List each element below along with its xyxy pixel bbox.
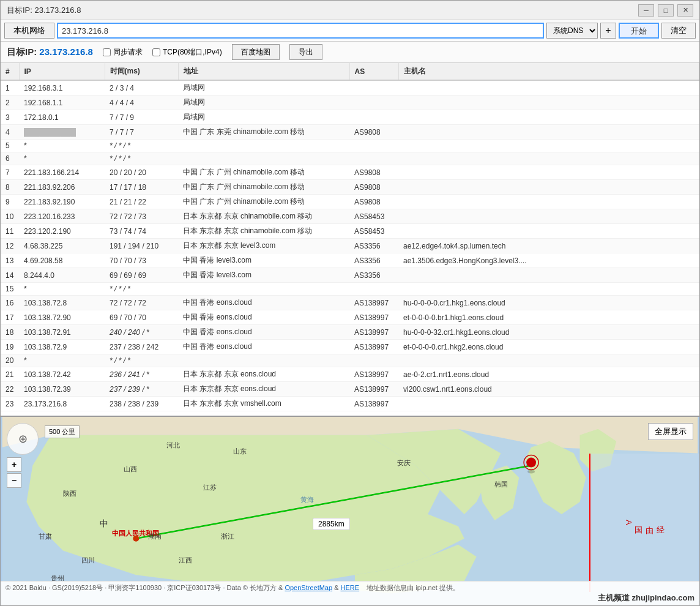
row-num: 9: [1, 195, 19, 209]
row-addr: 局域网: [178, 80, 349, 95]
row-as: AS138997: [349, 382, 398, 397]
row-ip: *: [19, 354, 105, 367]
row-addr: 日本 东京都 东京 chinamobile.com 移动: [178, 209, 349, 224]
add-dns-button[interactable]: +: [600, 23, 616, 39]
row-time: 240 / 240 / *: [105, 325, 178, 340]
row-as: AS138997: [349, 325, 398, 340]
row-time: 69 / 70 / 70: [105, 310, 178, 325]
col-header-num: #: [1, 63, 19, 80]
fullscreen-button[interactable]: 全屏显示: [648, 423, 693, 440]
row-host: [398, 224, 699, 239]
row-host: ae-0-2.cr1.nrt1.eons.cloud: [398, 367, 699, 382]
row-as: AS9808: [349, 125, 398, 140]
row-num: 19: [1, 340, 19, 354]
map-controls: ⊕ + −: [7, 423, 39, 488]
minimize-button[interactable]: ─: [638, 4, 654, 17]
row-time: 70 / 70 / 73: [105, 253, 178, 268]
row-host: [398, 165, 699, 180]
row-time: 237 / 238 / 242: [105, 340, 178, 354]
sync-request-label[interactable]: 同步请求: [113, 47, 143, 58]
row-addr: 中国 香港 eons.cloud: [178, 325, 349, 340]
row-host: [398, 80, 699, 95]
row-as: [349, 140, 398, 152]
row-num: 20: [1, 354, 19, 367]
row-as: AS138997: [349, 397, 398, 411]
col-header-time: 时间(ms): [105, 63, 178, 80]
target-ip-link[interactable]: 23.173.216.8: [39, 47, 93, 57]
table-row: 6** / * / *: [1, 152, 699, 165]
row-num: 14: [1, 268, 19, 283]
close-button[interactable]: ✕: [677, 4, 693, 17]
svg-text:中: 中: [100, 518, 108, 528]
row-time: 69 / 69 / 69: [105, 268, 178, 283]
compass-control[interactable]: ⊕: [7, 423, 39, 455]
table-row: 1192.168.3.12 / 3 / 4局域网: [1, 80, 699, 95]
start-button[interactable]: 开始: [619, 23, 659, 39]
svg-text:山西: 山西: [124, 465, 137, 473]
tcp-label[interactable]: TCP(80端口,IPv4): [163, 47, 222, 58]
svg-text:江西: 江西: [179, 556, 192, 564]
svg-text:山东: 山东: [233, 447, 247, 455]
row-time: 238 / 238 / 239: [105, 397, 178, 411]
row-host: [398, 283, 699, 296]
export-button[interactable]: 导出: [289, 44, 322, 60]
row-num: 15: [1, 283, 19, 296]
svg-text:浙江: 浙江: [221, 533, 234, 540]
table-row: 21103.138.72.42236 / 241 / *日本 东京都 东京 eo…: [1, 367, 699, 382]
clear-button[interactable]: 清空: [661, 23, 696, 39]
row-addr: 日本 东京都 东京 eons.cloud: [178, 367, 349, 382]
row-addr: 局域网: [178, 95, 349, 110]
zoom-out-button[interactable]: −: [7, 473, 21, 488]
row-as: AS3356: [349, 253, 398, 268]
main-window: 目标IP: 23.173.216.8 ─ □ ✕ 本机网络 系统DNS + 开始…: [0, 0, 700, 606]
row-ip: *: [19, 283, 105, 296]
row-as: AS138997: [349, 340, 398, 354]
window-controls: ─ □ ✕: [638, 4, 693, 17]
traceroute-table-container: # IP 时间(ms) 地址 AS 主机名 1192.168.3.12 / 3 …: [1, 63, 699, 416]
table-row: 124.68.38.225191 / 194 / 210日本 东京都 东京 le…: [1, 239, 699, 253]
tcp-checkbox[interactable]: [152, 48, 160, 56]
network-button[interactable]: 本机网络: [4, 23, 54, 39]
ipip-text: 地址数据信息由 ipip.net 提供。: [367, 584, 460, 591]
row-addr: 日本 东京都 东京 level3.com: [178, 239, 349, 253]
ip-input[interactable]: [57, 23, 544, 39]
row-ip: 103.138.72.91: [19, 325, 105, 340]
row-num: 2: [1, 95, 19, 110]
right-panel-text: 经由国A: [624, 520, 666, 526]
sync-request-checkbox[interactable]: [103, 48, 111, 56]
row-addr: 中国 广东 广州 chinamobile.com 移动: [178, 165, 349, 180]
zoom-in-button[interactable]: +: [7, 457, 21, 472]
row-addr: [178, 140, 349, 152]
row-addr: 中国 广东 东莞 chinamobile.com 移动: [178, 125, 349, 140]
row-addr: 中国 广东 广州 chinamobile.com 移动: [178, 180, 349, 195]
row-addr: 中国 香港 eons.cloud: [178, 340, 349, 354]
row-time: 236 / 241 / *: [105, 367, 178, 382]
row-as: AS138997: [349, 310, 398, 325]
row-time: 20 / 20 / 20: [105, 165, 178, 180]
row-num: 23: [1, 397, 19, 411]
maximize-button[interactable]: □: [658, 4, 674, 17]
traceroute-table: # IP 时间(ms) 地址 AS 主机名 1192.168.3.12 / 3 …: [1, 63, 699, 411]
info-bar: 目标IP: 23.173.216.8 同步请求 TCP(80端口,IPv4) 百…: [1, 42, 699, 63]
row-addr: 中国 香港 eons.cloud: [178, 310, 349, 325]
row-host: [398, 209, 699, 224]
row-num: 3: [1, 110, 19, 125]
row-time: 72 / 72 / 72: [105, 296, 178, 310]
row-ip: 172.18.0.1: [19, 110, 105, 125]
row-num: 7: [1, 165, 19, 180]
svg-text:河北: 河北: [166, 441, 180, 449]
row-num: 8: [1, 180, 19, 195]
row-time: 2 / 3 / 4: [105, 80, 178, 95]
row-as: [349, 152, 398, 165]
baidu-map-button[interactable]: 百度地图: [232, 44, 280, 60]
row-as: AS9808: [349, 180, 398, 195]
distance-label: 2885km: [313, 518, 350, 530]
openstreetmap-link[interactable]: OpenStreetMap: [285, 584, 332, 591]
col-header-ip: IP: [19, 63, 105, 80]
dns-select[interactable]: 系统DNS: [546, 23, 598, 39]
window-title: 目标IP: 23.173.216.8: [7, 5, 638, 16]
row-addr: 中国 广东 广州 chinamobile.com 移动: [178, 195, 349, 209]
row-addr: [178, 283, 349, 296]
here-link[interactable]: HERE: [341, 584, 360, 591]
table-row: 17103.138.72.9069 / 70 / 70中国 香港 eons.cl…: [1, 310, 699, 325]
